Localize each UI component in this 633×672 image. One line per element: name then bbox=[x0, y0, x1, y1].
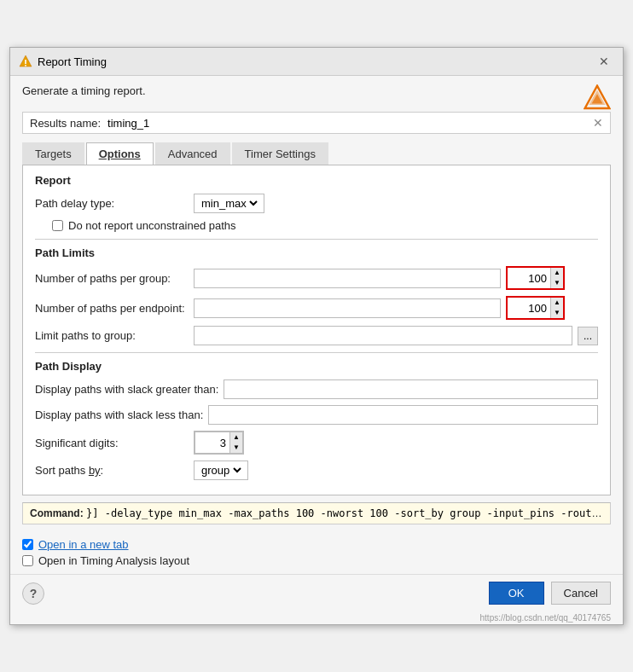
per-endpoint-filler bbox=[194, 298, 501, 318]
title-bar-left: Report Timing bbox=[19, 55, 107, 68]
slack-greater-row: Display paths with slack greater than: bbox=[35, 379, 598, 399]
command-value: }] -delay_type min_max -max_paths 100 -n… bbox=[86, 507, 611, 519]
slack-greater-input[interactable] bbox=[224, 379, 598, 399]
dialog-body: Generate a timing report. Results name: … bbox=[10, 76, 623, 533]
slack-greater-label: Display paths with slack greater than: bbox=[35, 383, 218, 396]
footer-checks: Open in a new tab Open in Timing Analysi… bbox=[10, 533, 623, 574]
unconstrained-checkbox[interactable] bbox=[52, 220, 63, 231]
report-section-title: Report bbox=[35, 174, 598, 187]
per-group-down-button[interactable]: ▼ bbox=[550, 278, 563, 288]
open-new-tab-row: Open in a new tab bbox=[22, 538, 611, 551]
open-timing-checkbox[interactable] bbox=[22, 555, 33, 566]
subtitle: Generate a timing report. bbox=[22, 84, 146, 97]
per-group-input[interactable] bbox=[508, 270, 550, 287]
tab-content: Report Path delay type: min_max min max … bbox=[22, 165, 611, 495]
per-endpoint-down-button[interactable]: ▼ bbox=[550, 308, 563, 318]
app-icon bbox=[19, 55, 32, 68]
open-new-tab-label: Open in a new tab bbox=[38, 538, 129, 551]
slack-less-label: Display paths with slack less than: bbox=[35, 408, 203, 421]
per-endpoint-up-button[interactable]: ▲ bbox=[550, 298, 563, 308]
per-group-row: Number of paths per group: ▲ ▼ bbox=[35, 266, 598, 290]
sig-digits-label: Significant digits: bbox=[35, 437, 189, 449]
path-display-title: Path Display bbox=[35, 360, 598, 373]
sort-paths-select-wrap: group slack name bbox=[194, 461, 248, 480]
tab-options[interactable]: Options bbox=[86, 142, 154, 165]
sig-digits-input[interactable] bbox=[195, 435, 229, 451]
sig-digits-up-button[interactable]: ▲ bbox=[229, 432, 242, 443]
open-timing-label: Open in Timing Analysis layout bbox=[38, 554, 189, 567]
svg-rect-2 bbox=[25, 65, 26, 67]
action-buttons: OK Cancel bbox=[489, 582, 611, 605]
dialog: Report Timing ✕ Generate a timing report… bbox=[9, 47, 624, 625]
path-delay-row: Path delay type: min_max min max bbox=[35, 194, 598, 213]
close-button[interactable]: ✕ bbox=[594, 53, 614, 70]
per-group-spinner-buttons: ▲ ▼ bbox=[550, 268, 563, 288]
window-title: Report Timing bbox=[38, 55, 107, 68]
sig-digits-row: Significant digits: ▲ ▼ bbox=[35, 431, 598, 455]
per-group-spinner: ▲ ▼ bbox=[506, 266, 565, 290]
footer-buttons: ? OK Cancel bbox=[10, 574, 623, 613]
tab-targets[interactable]: Targets bbox=[22, 142, 84, 165]
sig-digits-down-button[interactable]: ▼ bbox=[229, 443, 242, 453]
tab-advanced[interactable]: Advanced bbox=[155, 142, 230, 165]
per-endpoint-input[interactable] bbox=[508, 300, 550, 316]
results-row: Results name: ✕ bbox=[22, 112, 611, 134]
tabs: Targets Options Advanced Timer Settings bbox=[22, 142, 611, 165]
ok-button[interactable]: OK bbox=[489, 582, 544, 605]
per-endpoint-spinner: ▲ ▼ bbox=[506, 296, 565, 320]
results-input[interactable] bbox=[107, 117, 586, 130]
per-endpoint-row: Number of paths per endpoint: ▲ ▼ bbox=[35, 296, 598, 320]
sort-paths-label: Sort paths by: bbox=[35, 464, 189, 477]
results-clear-button[interactable]: ✕ bbox=[593, 116, 603, 130]
browse-button[interactable]: ... bbox=[578, 327, 598, 345]
per-group-up-button[interactable]: ▲ bbox=[550, 268, 563, 278]
svg-rect-1 bbox=[25, 60, 26, 64]
limit-group-input[interactable] bbox=[194, 326, 572, 345]
sig-digits-spinner: ▲ ▼ bbox=[194, 431, 244, 455]
cancel-button[interactable]: Cancel bbox=[551, 582, 611, 605]
per-group-filler bbox=[194, 269, 501, 288]
logo-icon bbox=[584, 84, 611, 112]
tab-timer-settings[interactable]: Timer Settings bbox=[232, 142, 328, 165]
help-button[interactable]: ? bbox=[22, 582, 44, 605]
sort-paths-row: Sort paths by: group slack name bbox=[35, 461, 598, 480]
slack-less-input[interactable] bbox=[208, 405, 598, 425]
path-delay-select-wrap: min_max min max bbox=[194, 194, 264, 213]
sig-digits-spinner-buttons: ▲ ▼ bbox=[229, 432, 242, 453]
unconstrained-label: Do not report unconstrained paths bbox=[68, 219, 236, 232]
path-limits-title: Path Limits bbox=[35, 246, 598, 259]
command-bar: Command: }] -delay_type min_max -max_pat… bbox=[22, 502, 611, 524]
sort-paths-select[interactable]: group slack name bbox=[198, 463, 244, 478]
slack-less-row: Display paths with slack less than: bbox=[35, 405, 598, 425]
open-timing-row: Open in Timing Analysis layout bbox=[22, 554, 611, 567]
path-delay-label: Path delay type: bbox=[35, 197, 189, 210]
unconstrained-row: Do not report unconstrained paths bbox=[52, 219, 598, 232]
open-new-tab-checkbox[interactable] bbox=[22, 539, 33, 550]
per-endpoint-spinner-buttons: ▲ ▼ bbox=[550, 298, 563, 318]
watermark: https://blog.csdn.net/qq_40174765 bbox=[10, 613, 623, 624]
results-label: Results name: bbox=[30, 117, 101, 130]
limit-group-row: Limit paths to group: ... bbox=[35, 326, 598, 345]
per-endpoint-label: Number of paths per endpoint: bbox=[35, 302, 189, 315]
command-label: Command: bbox=[30, 507, 84, 519]
title-bar: Report Timing ✕ bbox=[10, 48, 623, 76]
limit-group-label: Limit paths to group: bbox=[35, 329, 189, 342]
path-delay-select[interactable]: min_max min max bbox=[198, 196, 260, 211]
per-group-label: Number of paths per group: bbox=[35, 272, 189, 285]
